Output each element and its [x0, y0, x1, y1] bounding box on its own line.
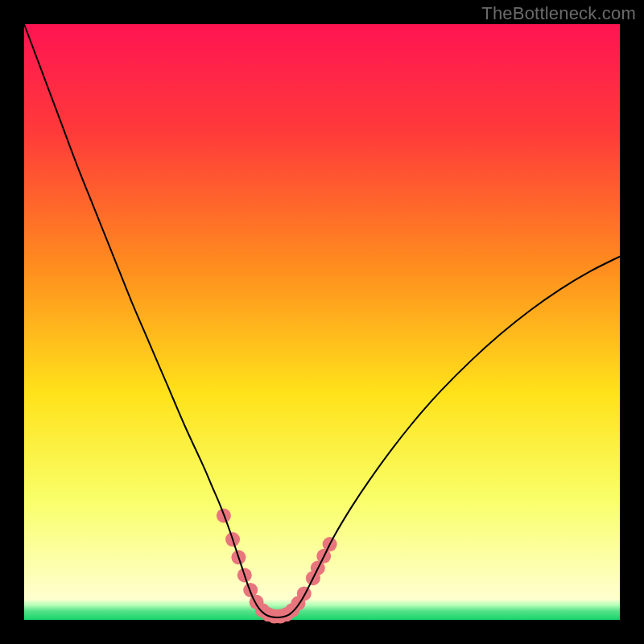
- bottleneck-chart: [0, 0, 644, 644]
- watermark-text: TheBottleneck.com: [481, 3, 636, 24]
- plot-background: [24, 24, 620, 620]
- marker-dot: [297, 586, 312, 601]
- chart-stage: TheBottleneck.com: [0, 0, 644, 644]
